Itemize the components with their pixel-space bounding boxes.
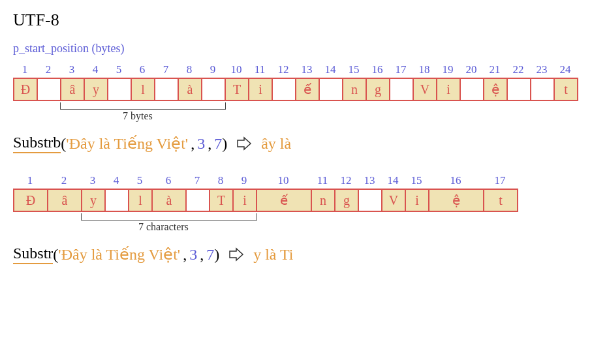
byte-empty-cell xyxy=(202,79,226,100)
diagram-title: UTF-8 xyxy=(13,10,579,30)
open-paren: ( xyxy=(61,135,66,153)
char-cell: i xyxy=(406,190,429,211)
byte-pos-number: 18 xyxy=(413,63,436,76)
byte-char-cell: V xyxy=(414,79,437,100)
byte-empty-cell xyxy=(273,79,296,100)
byte-empty-cell xyxy=(108,79,132,100)
char-pos-number: 8 xyxy=(209,174,232,187)
char-position-ruler: 1234567891011121314151617 xyxy=(13,170,579,187)
substr-start-arg: 3 xyxy=(189,246,197,264)
byte-char-cell: n xyxy=(343,79,367,100)
byte-empty-cell xyxy=(531,79,555,100)
byte-pos-number: 12 xyxy=(272,63,295,76)
comma: , xyxy=(183,246,187,264)
byte-pos-number: 8 xyxy=(178,63,201,76)
byte-pos-number: 3 xyxy=(60,63,84,76)
byte-ruler-caption: p_start_position (bytes) xyxy=(13,42,579,55)
byte-pos-number: 14 xyxy=(319,63,342,76)
byte-empty-cell xyxy=(38,79,61,100)
substr-expression: Substr('Đây là Tiếng Việt', 3, 7) y là T… xyxy=(13,245,579,264)
char-brace-label: 7 characters xyxy=(138,221,189,233)
byte-empty-cell xyxy=(320,79,343,100)
char-pos-number: 17 xyxy=(483,174,517,187)
byte-empty-cell xyxy=(461,79,484,100)
substr-fn-name: Substr xyxy=(13,245,53,264)
byte-pos-number: 20 xyxy=(460,63,483,76)
substrb-result: ây là xyxy=(261,135,291,153)
byte-pos-number: 22 xyxy=(506,63,530,76)
char-pos-number: 1 xyxy=(13,174,47,187)
char-cell: g xyxy=(335,190,359,211)
byte-pos-number: 10 xyxy=(225,63,248,76)
space-cell xyxy=(187,190,210,211)
byte-char-cell: Đ xyxy=(14,79,38,100)
char-pos-number: 7 xyxy=(185,174,209,187)
char-cell: ệ xyxy=(429,190,484,211)
char-cell: y xyxy=(82,190,106,211)
byte-pos-number: 16 xyxy=(366,63,389,76)
byte-pos-number: 21 xyxy=(483,63,506,76)
substrb-start-arg: 3 xyxy=(197,135,205,153)
char-pos-number: 14 xyxy=(381,174,405,187)
space-cell xyxy=(359,190,382,211)
byte-empty-cell xyxy=(508,79,531,100)
char-cell: T xyxy=(210,190,234,211)
byte-empty-cell xyxy=(155,79,179,100)
char-cell: i xyxy=(234,190,257,211)
close-paren: ) xyxy=(222,135,227,153)
char-pos-number: 13 xyxy=(358,174,381,187)
char-pos-number: 9 xyxy=(232,174,256,187)
char-pos-number: 4 xyxy=(104,174,128,187)
substr-length-arg: 7 xyxy=(206,246,214,264)
byte-pos-number: 7 xyxy=(154,63,178,76)
byte-char-cell: g xyxy=(367,79,390,100)
char-pos-number: 11 xyxy=(311,174,334,187)
byte-char-cell: y xyxy=(85,79,108,100)
comma: , xyxy=(191,135,195,153)
byte-char-cell: T xyxy=(226,79,249,100)
byte-char-cell: i xyxy=(249,79,273,100)
byte-pos-number: 13 xyxy=(295,63,319,76)
byte-char-cell: ệ xyxy=(484,79,508,100)
char-cell: â xyxy=(48,190,82,211)
substr-string-arg: 'Đây là Tiếng Việt' xyxy=(58,245,180,264)
char-pos-number: 12 xyxy=(334,174,358,187)
substrb-length-arg: 7 xyxy=(214,135,222,153)
comma: , xyxy=(200,246,204,264)
substr-result: y là Ti xyxy=(253,246,293,264)
char-pos-number: 6 xyxy=(151,174,185,187)
byte-pos-number: 5 xyxy=(107,63,131,76)
byte-pos-number: 15 xyxy=(342,63,366,76)
byte-brace-label: 7 bytes xyxy=(123,110,153,122)
char-brace-row: 7 characters xyxy=(13,213,579,235)
comma: , xyxy=(208,135,211,153)
char-pos-number: 16 xyxy=(428,174,483,187)
byte-char-cell: l xyxy=(132,79,155,100)
char-pos-number: 3 xyxy=(81,174,104,187)
byte-char-cell: â xyxy=(61,79,85,100)
char-pos-number: 15 xyxy=(405,174,428,187)
byte-brace xyxy=(60,102,226,110)
byte-char-cell: i xyxy=(437,79,461,100)
char-cell: ế xyxy=(257,190,312,211)
char-cell: n xyxy=(312,190,335,211)
char-brace xyxy=(81,213,257,220)
char-cell: V xyxy=(382,190,406,211)
byte-char-cell: à xyxy=(179,79,202,100)
char-pos-number: 5 xyxy=(128,174,151,187)
byte-pos-number: 23 xyxy=(530,63,553,76)
arrow-right-icon xyxy=(236,136,252,151)
byte-pos-number: 1 xyxy=(13,63,37,76)
arrow-right-icon xyxy=(228,247,244,262)
byte-pos-number: 9 xyxy=(201,63,225,76)
char-cell: l xyxy=(129,190,153,211)
byte-pos-number: 19 xyxy=(436,63,460,76)
byte-pos-number: 6 xyxy=(131,63,154,76)
byte-pos-number: 24 xyxy=(553,63,577,76)
char-cell: Đ xyxy=(14,190,48,211)
char-pos-number: 10 xyxy=(256,174,311,187)
byte-pos-number: 2 xyxy=(37,63,60,76)
space-cell xyxy=(106,190,129,211)
substrb-expression: Substrb('Đây là Tiếng Việt', 3, 7) ây là xyxy=(13,134,579,153)
char-cell: à xyxy=(153,190,187,211)
